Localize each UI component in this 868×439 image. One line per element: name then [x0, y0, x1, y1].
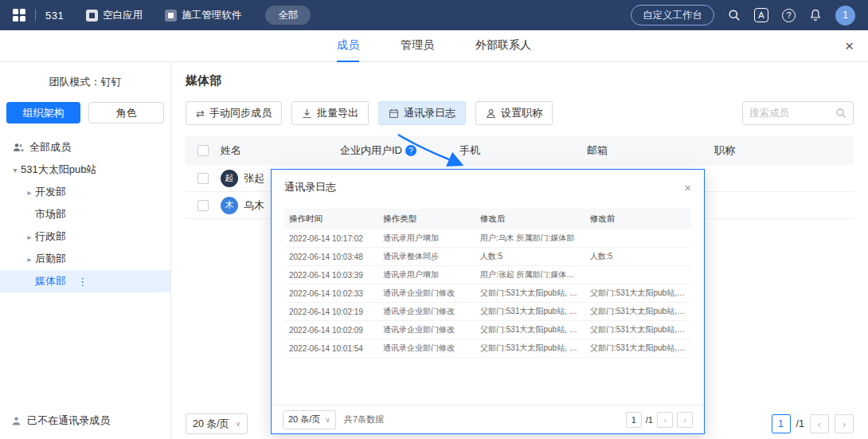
column-header-userid-label: 企业内用户ID — [340, 143, 402, 158]
log-col-time: 操作时间 — [284, 214, 378, 225]
tabbar: 成员 管理员 外部联系人 × — [0, 30, 868, 62]
close-icon[interactable]: × — [845, 38, 854, 53]
role-button[interactable]: 角色 — [88, 102, 164, 123]
bell-icon[interactable] — [809, 9, 822, 22]
log-col-type: 操作类型 — [378, 214, 475, 225]
next-page-button[interactable]: › — [835, 414, 854, 433]
sidebar-item-removed-members[interactable]: 已不在通讯录成员 — [11, 414, 110, 428]
sidebar-item-admin-dept[interactable]: ▸ 行政部 — [0, 225, 170, 248]
log-table-row: 2022-06-14 10:01:54 通讯录企业部门修改 父部门:531大太阳… — [284, 339, 691, 358]
log-icon — [389, 108, 399, 119]
app-launcher-icon[interactable] — [13, 9, 25, 22]
tab-external-contacts[interactable]: 外部联系人 — [475, 30, 531, 62]
row-checkbox[interactable] — [197, 173, 209, 184]
construction-app-icon — [165, 10, 177, 22]
manual-sync-button[interactable]: ⇄ 手动同步成员 — [186, 101, 282, 125]
more-icon[interactable]: ⋮ — [77, 276, 88, 288]
select-all-checkbox[interactable] — [197, 145, 209, 156]
log-table-row: 2022-06-14 10:02:33 通讯录企业部门修改 父部门:531大太阳… — [284, 284, 691, 303]
search-icon[interactable] — [728, 9, 741, 22]
chevron-right-icon[interactable]: ▸ — [24, 255, 35, 264]
topbar: 531 空白应用 施工管理软件 全部 自定义工作台 A ? 1 — [0, 0, 868, 30]
sidebar-item-label: 媒体部 — [35, 274, 66, 288]
modal-pagination-bar: 20 条/页 ∨ 共7条数据 1 /1 ‹ › — [272, 405, 704, 433]
log-type: 通讯录用户增加 — [378, 269, 475, 280]
search-icon[interactable] — [835, 108, 846, 119]
log-after: 父部门:531大太阳pub站, 部门:... — [475, 324, 585, 335]
column-header-userid: 企业内用户ID ? — [340, 143, 459, 158]
prev-page-button[interactable]: ‹ — [657, 412, 673, 428]
button-label: 设置职称 — [501, 106, 542, 120]
modal-title: 通讯录日志 — [284, 180, 336, 194]
log-time: 2022-06-14 10:02:33 — [284, 289, 378, 298]
chevron-right-icon[interactable]: ▸ — [24, 188, 35, 197]
row-checkbox[interactable] — [197, 200, 209, 211]
sidebar-item-dev-dept[interactable]: ▸ 开发部 — [0, 181, 170, 203]
member-table-header: 姓名 企业内用户ID ? 手机 邮箱 职称 — [186, 136, 854, 165]
log-before: 父部门:531大太阳pub站, 部门:1 — [585, 343, 691, 354]
sidebar: 团队模式：钉钉 组织架构 角色 全部成员 ▾ 531大太阳pub站 ▸ 开发部 … — [0, 62, 171, 439]
org-structure-button[interactable]: 组织架构 — [6, 102, 80, 123]
log-after: 用户:乌木 所属部门:媒体部 — [475, 233, 585, 244]
log-table-row: 2022-06-14 10:17:02 通讯录用户增加 用户:乌木 所属部门:媒… — [284, 229, 691, 248]
member-name: 张起 — [244, 171, 264, 186]
sidebar-item-label: 市场部 — [35, 207, 66, 221]
log-time: 2022-06-14 10:01:54 — [284, 344, 378, 353]
next-page-button[interactable]: › — [677, 412, 693, 428]
total-pages: /1 — [796, 418, 804, 429]
help-badge-icon[interactable]: ? — [405, 145, 416, 156]
page-size-select[interactable]: 20 条/页 ∨ — [186, 414, 248, 434]
sidebar-item-media-dept[interactable]: 媒体部 ⋮ — [0, 270, 170, 292]
custom-workbench-button[interactable]: 自定义工作台 — [631, 5, 714, 25]
page-size-value: 20 条/页 — [288, 414, 320, 425]
sidebar-item-label: 全部成员 — [29, 140, 71, 155]
log-time: 2022-06-14 10:17:02 — [284, 234, 378, 243]
sidebar-item-site[interactable]: ▾ 531大太阳pub站 — [0, 159, 170, 181]
prev-page-button[interactable]: ‹ — [810, 414, 829, 433]
chevron-down-icon[interactable]: ▾ — [10, 166, 21, 174]
help-icon[interactable]: ? — [782, 9, 796, 22]
log-before: 父部门:531大太阳pub站, 部门:AA — [585, 288, 691, 299]
modal-page-size-select[interactable]: 20 条/页 ∨ — [283, 410, 336, 429]
current-page[interactable]: 1 — [626, 412, 642, 428]
close-icon[interactable]: × — [684, 182, 691, 194]
sidebar-footer-label: 已不在通讯录成员 — [27, 414, 110, 428]
topbar-app-blank[interactable]: 空白应用 — [86, 9, 143, 22]
team-mode-label: 团队模式：钉钉 — [0, 75, 170, 89]
avatar: 起 — [221, 170, 238, 187]
user-avatar[interactable]: 1 — [835, 6, 855, 25]
search-input[interactable] — [749, 108, 835, 119]
language-glyph: A — [758, 11, 764, 20]
log-table: 操作时间 操作类型 修改后 修改前 2022-06-14 10:17:02 通讯… — [284, 209, 691, 358]
person-out-icon — [11, 416, 22, 426]
tab-members[interactable]: 成员 — [337, 30, 359, 62]
member-search-box — [742, 101, 854, 125]
chevron-right-icon[interactable]: ▸ — [24, 233, 35, 241]
batch-export-button[interactable]: 批量导出 — [291, 101, 369, 125]
contact-log-button[interactable]: 通讯录日志 — [378, 101, 466, 125]
log-after: 人数:5 — [475, 251, 585, 262]
log-before: 人数:5 — [585, 251, 691, 262]
sidebar-item-all-members[interactable]: 全部成员 — [0, 136, 170, 159]
sidebar-item-logistics-dept[interactable]: ▸ 后勤部 — [0, 248, 170, 270]
button-label: 手动同步成员 — [209, 106, 272, 120]
modal-header: 通讯录日志 × — [272, 170, 704, 201]
set-title-button[interactable]: 设置职称 — [475, 101, 553, 125]
language-icon[interactable]: A — [754, 8, 768, 22]
workspace-name: 531 — [45, 10, 64, 22]
log-after: 用户:张起 所属部门:媒体部、53... — [475, 269, 585, 280]
log-after: 父部门:531大太阳pub站, 部门:... — [475, 288, 585, 299]
log-table-row: 2022-06-14 10:03:39 通讯录用户增加 用户:张起 所属部门:媒… — [284, 266, 691, 284]
sidebar-item-market-dept[interactable]: 市场部 — [0, 203, 170, 225]
log-time: 2022-06-14 10:03:48 — [284, 253, 378, 261]
topbar-app-label: 施工管理软件 — [182, 9, 241, 22]
tab-admins[interactable]: 管理员 — [401, 30, 434, 62]
log-type: 通讯录用户增加 — [378, 233, 475, 244]
avatar: 木 — [221, 197, 238, 214]
sidebar-item-label: 行政部 — [35, 229, 66, 244]
download-icon — [302, 108, 312, 119]
topbar-app-construction[interactable]: 施工管理软件 — [165, 9, 241, 22]
page-size-value: 20 条/页 — [193, 417, 229, 431]
current-page[interactable]: 1 — [772, 414, 791, 433]
all-apps-pill[interactable]: 全部 — [265, 6, 311, 25]
